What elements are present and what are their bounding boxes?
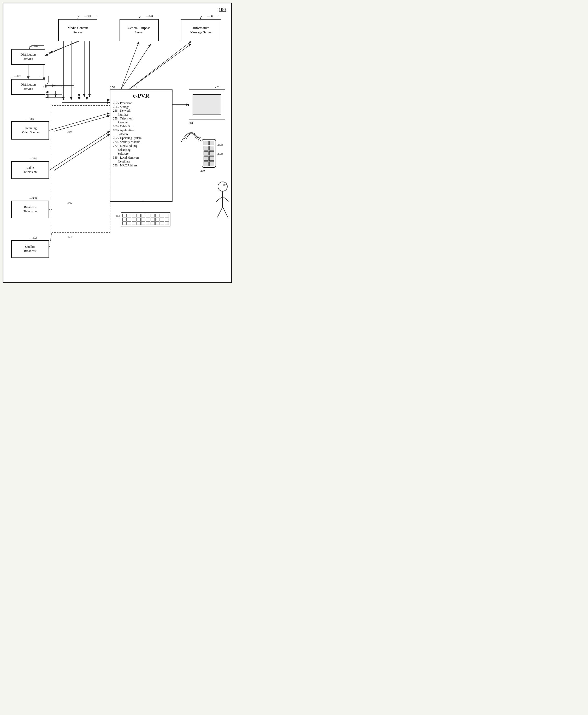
key-1: [122, 214, 127, 217]
distribution-service-a-box: DistributionService: [11, 49, 45, 65]
key-30: [165, 221, 169, 225]
general-purpose-server-box: General PurposeServer: [120, 19, 159, 41]
remote-ref-280: 280: [201, 169, 205, 172]
key-15: [141, 218, 145, 221]
key-8: [155, 214, 160, 217]
svg-line-21: [217, 207, 223, 217]
key-6: [146, 214, 150, 217]
svg-line-25: [45, 41, 78, 56]
remote-btn-9: [204, 161, 209, 166]
signal-arcs: [181, 123, 207, 142]
distribution-service-a-ref: —120a: [29, 45, 38, 48]
key-19: [160, 218, 164, 221]
satellite-broadcast-box: SatelliteBroadcast: [11, 240, 49, 258]
epvr-component-1: 252 - Processor: [113, 101, 132, 105]
monitor-box: [189, 89, 225, 120]
key-4: [136, 214, 141, 217]
remote-btn-2: [209, 141, 214, 145]
epvr-title: e-PVR: [113, 92, 169, 100]
key-23: [132, 221, 136, 225]
svg-line-39: [121, 41, 139, 89]
key-16: [146, 218, 150, 221]
key-11: [122, 218, 127, 221]
key-22: [127, 221, 131, 225]
general-purpose-server-ref: —378: [146, 14, 153, 18]
person-ref: 112: [223, 183, 227, 187]
key-27: [151, 221, 155, 225]
key-14: [136, 218, 141, 221]
key-9: [160, 214, 164, 217]
cable-television-box: CableTelevision: [11, 161, 49, 179]
monitor-screen: [193, 94, 221, 115]
informative-message-server-label: InformativeMessage Server: [190, 26, 212, 35]
key-20: [165, 218, 169, 221]
media-content-server-label: Media ContentServer: [68, 26, 88, 35]
monitor-ref: —274: [212, 85, 219, 88]
broadcast-television-box: BroadcastTelevision: [11, 201, 49, 218]
key-28: [155, 221, 160, 225]
streaming-video-source-label: StreamingVideo Source: [22, 126, 39, 134]
epvr-component-11: 338 - MAC Address: [113, 164, 137, 168]
remote-btn-10: [209, 161, 214, 166]
media-content-server-ref: —376: [84, 14, 91, 18]
epvr-component-9c: Software: [113, 152, 129, 156]
main-border: 100: [3, 3, 232, 283]
satellite-broadcast-label: SatelliteBroadcast: [24, 245, 37, 253]
epvr-component-10: 336 - Local Hardware: [113, 156, 139, 160]
dashed-ref-404: 404: [67, 235, 72, 238]
svg-line-22: [223, 207, 228, 217]
epvr-component-10b: Identifiers: [113, 160, 130, 164]
remote-ref-282b: 282b: [217, 152, 223, 155]
broadcast-television-ref: —398: [29, 196, 37, 199]
streaming-video-source-ref: —382: [27, 117, 34, 120]
ref-150: 150: [43, 86, 47, 89]
epvr-component-6: 180 - Application: [113, 128, 134, 132]
epvr-component-7: 262 - Operating System: [113, 136, 142, 140]
key-18: [155, 218, 160, 221]
media-content-server-box: Media ContentServer: [58, 19, 97, 41]
key-17: [151, 218, 155, 221]
remote-btn-7: [204, 156, 209, 161]
dashed-ref-396: 396: [67, 130, 72, 133]
epvr-component-3b: Interface: [113, 113, 128, 116]
remote-btn-8: [209, 156, 214, 161]
svg-line-20: [223, 196, 229, 202]
distribution-service-a-label: DistributionService: [21, 53, 36, 61]
svg-line-19: [216, 196, 223, 202]
epvr-component-2: 254 - Storage: [113, 105, 129, 109]
dashed-ref-400: 400: [67, 202, 72, 205]
epvr-ref-inner: —110: [131, 85, 138, 88]
remote-btn-5: [204, 151, 209, 156]
key-13: [132, 218, 136, 221]
satellite-broadcast-ref: —402: [29, 236, 37, 239]
diagram-ref-number: 100: [219, 7, 226, 13]
remote-btn-6: [209, 151, 214, 156]
general-purpose-server-label: General PurposeServer: [128, 26, 150, 35]
epvr-box: e-PVR 252 - Processor 254 - Storage 256 …: [110, 89, 172, 202]
key-5: [141, 214, 145, 217]
informative-message-server-box: InformativeMessage Server: [181, 19, 221, 41]
distribution-service-b-ref: —120: [14, 74, 21, 78]
epvr-component-6b: Software: [113, 132, 129, 136]
distribution-service-b-box: DistributionService: [11, 79, 45, 95]
remote-btn-4: [209, 146, 214, 151]
epvr-component-3: 256 - Network: [113, 109, 130, 113]
key-25: [141, 221, 145, 225]
svg-line-44: [49, 233, 52, 249]
epvr-component-9: 272 - Media Editing: [113, 144, 137, 148]
svg-line-40: [129, 41, 191, 89]
remote-btn-3: [204, 146, 209, 151]
key-3: [132, 214, 136, 217]
key-24: [136, 221, 141, 225]
keyboard-box: [121, 212, 170, 226]
key-29: [160, 221, 164, 225]
epvr-component-9b: Enhancing: [113, 148, 130, 152]
key-12: [127, 218, 131, 221]
cable-television-label: CableTelevision: [24, 166, 37, 174]
remote-control: [202, 139, 216, 168]
streaming-video-source-box: StreamingVideo Source: [11, 121, 49, 139]
key-26: [146, 221, 150, 225]
cable-television-ref: —394: [29, 157, 37, 160]
distribution-service-b-label: DistributionService: [21, 83, 36, 91]
dashed-connection-box: [52, 105, 110, 233]
